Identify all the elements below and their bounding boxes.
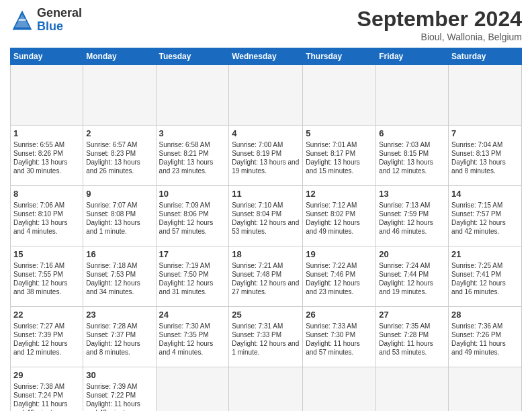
calendar-cell: 19Sunrise: 7:22 AMSunset: 7:46 PMDayligh… [303,246,376,307]
calendar-cell [229,65,303,126]
calendar-cell: 26Sunrise: 7:33 AMSunset: 7:30 PMDayligh… [303,307,376,367]
calendar-cell [229,367,303,412]
day-detail: Sunrise: 7:36 AMSunset: 7:26 PMDaylight:… [451,322,519,357]
day-detail: Sunrise: 7:28 AMSunset: 7:37 PMDaylight:… [86,322,152,357]
calendar-header-row: SundayMondayTuesdayWednesdayThursdayFrid… [11,48,522,65]
day-detail: Sunrise: 7:13 AMSunset: 7:59 PMDaylight:… [379,201,445,236]
calendar-cell: 20Sunrise: 7:24 AMSunset: 7:44 PMDayligh… [376,246,449,307]
day-detail: Sunrise: 7:15 AMSunset: 7:57 PMDaylight:… [451,201,519,236]
day-number: 26 [306,309,373,321]
day-detail: Sunrise: 6:58 AMSunset: 8:21 PMDaylight:… [159,140,226,175]
calendar-cell [449,65,522,126]
col-header-wednesday: Wednesday [229,48,303,65]
day-detail: Sunrise: 7:31 AMSunset: 7:33 PMDaylight:… [232,322,300,357]
calendar-cell: 28Sunrise: 7:36 AMSunset: 7:26 PMDayligh… [449,307,522,367]
day-detail: Sunrise: 6:57 AMSunset: 8:23 PMDaylight:… [86,140,152,175]
calendar-cell: 5Sunrise: 7:01 AMSunset: 8:17 PMDaylight… [303,126,376,186]
day-detail: Sunrise: 7:30 AMSunset: 7:35 PMDaylight:… [159,322,226,357]
month-title: September 2024 [357,7,522,32]
calendar-cell: 10Sunrise: 7:09 AMSunset: 8:06 PMDayligh… [156,186,229,246]
page-container: General Blue September 2024 Bioul, Wallo… [0,0,532,411]
day-number: 29 [13,369,80,381]
logo: General Blue [10,7,82,34]
calendar-cell: 15Sunrise: 7:16 AMSunset: 7:55 PMDayligh… [11,246,83,307]
calendar-cell [83,65,156,126]
day-detail: Sunrise: 7:04 AMSunset: 8:13 PMDaylight:… [451,140,519,175]
day-number: 24 [159,309,226,321]
logo-general: General [37,7,82,20]
day-number: 17 [159,248,226,261]
logo-icon [10,8,34,32]
calendar-cell: 7Sunrise: 7:04 AMSunset: 8:13 PMDaylight… [449,126,522,186]
day-number: 16 [86,248,152,261]
day-number: 2 [86,128,152,140]
day-number: 18 [232,248,300,261]
calendar-cell [11,65,83,126]
calendar-week-0 [11,65,522,126]
location: Bioul, Wallonia, Belgium [357,32,522,42]
day-number: 9 [86,188,152,200]
day-detail: Sunrise: 7:03 AMSunset: 8:15 PMDaylight:… [379,140,445,175]
calendar-week-2: 8Sunrise: 7:06 AMSunset: 8:10 PMDaylight… [11,186,522,246]
day-detail: Sunrise: 7:19 AMSunset: 7:50 PMDaylight:… [159,261,226,296]
day-number: 6 [379,128,445,140]
day-number: 3 [159,128,226,140]
day-detail: Sunrise: 7:06 AMSunset: 8:10 PMDaylight:… [13,201,80,236]
calendar-week-3: 15Sunrise: 7:16 AMSunset: 7:55 PMDayligh… [11,246,522,307]
day-detail: Sunrise: 7:38 AMSunset: 7:24 PMDaylight:… [13,382,80,411]
calendar-cell: 21Sunrise: 7:25 AMSunset: 7:41 PMDayligh… [449,246,522,307]
col-header-friday: Friday [376,48,449,65]
day-number: 21 [451,248,519,261]
day-number: 22 [13,309,80,321]
calendar-cell: 8Sunrise: 7:06 AMSunset: 8:10 PMDaylight… [11,186,83,246]
day-detail: Sunrise: 7:33 AMSunset: 7:30 PMDaylight:… [306,322,373,357]
calendar-cell: 16Sunrise: 7:18 AMSunset: 7:53 PMDayligh… [83,246,156,307]
col-header-sunday: Sunday [11,48,83,65]
day-detail: Sunrise: 7:12 AMSunset: 8:02 PMDaylight:… [306,201,373,236]
calendar-cell: 23Sunrise: 7:28 AMSunset: 7:37 PMDayligh… [83,307,156,367]
calendar-week-4: 22Sunrise: 7:27 AMSunset: 7:39 PMDayligh… [11,307,522,367]
calendar-cell: 22Sunrise: 7:27 AMSunset: 7:39 PMDayligh… [11,307,83,367]
day-number: 12 [306,188,373,200]
calendar-cell: 13Sunrise: 7:13 AMSunset: 7:59 PMDayligh… [376,186,449,246]
calendar-table: SundayMondayTuesdayWednesdayThursdayFrid… [10,48,522,411]
calendar-cell: 1Sunrise: 6:55 AMSunset: 8:26 PMDaylight… [11,126,83,186]
calendar-cell [303,65,376,126]
calendar-cell [156,367,229,412]
day-number: 5 [306,128,373,140]
day-detail: Sunrise: 7:07 AMSunset: 8:08 PMDaylight:… [86,201,152,236]
day-number: 25 [232,309,300,321]
day-number: 27 [379,309,445,321]
calendar-cell: 9Sunrise: 7:07 AMSunset: 8:08 PMDaylight… [83,186,156,246]
day-detail: Sunrise: 7:25 AMSunset: 7:41 PMDaylight:… [451,261,519,296]
calendar-cell: 29Sunrise: 7:38 AMSunset: 7:24 PMDayligh… [11,367,83,412]
day-detail: Sunrise: 7:16 AMSunset: 7:55 PMDaylight:… [13,261,80,296]
calendar-cell: 18Sunrise: 7:21 AMSunset: 7:48 PMDayligh… [229,246,303,307]
day-number: 15 [13,248,80,261]
day-number: 19 [306,248,373,261]
day-number: 13 [379,188,445,200]
day-number: 11 [232,188,300,200]
day-number: 10 [159,188,226,200]
day-number: 20 [379,248,445,261]
header: General Blue September 2024 Bioul, Wallo… [10,7,522,42]
col-header-thursday: Thursday [303,48,376,65]
calendar-cell: 3Sunrise: 6:58 AMSunset: 8:21 PMDaylight… [156,126,229,186]
calendar-cell: 12Sunrise: 7:12 AMSunset: 8:02 PMDayligh… [303,186,376,246]
day-detail: Sunrise: 7:24 AMSunset: 7:44 PMDaylight:… [379,261,445,296]
day-detail: Sunrise: 7:18 AMSunset: 7:53 PMDaylight:… [86,261,152,296]
day-number: 23 [86,309,152,321]
logo-text: General Blue [37,7,82,34]
calendar-cell: 25Sunrise: 7:31 AMSunset: 7:33 PMDayligh… [229,307,303,367]
calendar-cell: 11Sunrise: 7:10 AMSunset: 8:04 PMDayligh… [229,186,303,246]
calendar-week-1: 1Sunrise: 6:55 AMSunset: 8:26 PMDaylight… [11,126,522,186]
day-detail: Sunrise: 7:21 AMSunset: 7:48 PMDaylight:… [232,261,300,296]
day-number: 30 [86,369,152,381]
title-block: September 2024 Bioul, Wallonia, Belgium [357,7,522,42]
col-header-tuesday: Tuesday [156,48,229,65]
day-number: 28 [451,309,519,321]
day-detail: Sunrise: 7:27 AMSunset: 7:39 PMDaylight:… [13,322,80,357]
day-number: 1 [13,128,80,140]
calendar-cell: 6Sunrise: 7:03 AMSunset: 8:15 PMDaylight… [376,126,449,186]
day-detail: Sunrise: 7:35 AMSunset: 7:28 PMDaylight:… [379,322,445,357]
